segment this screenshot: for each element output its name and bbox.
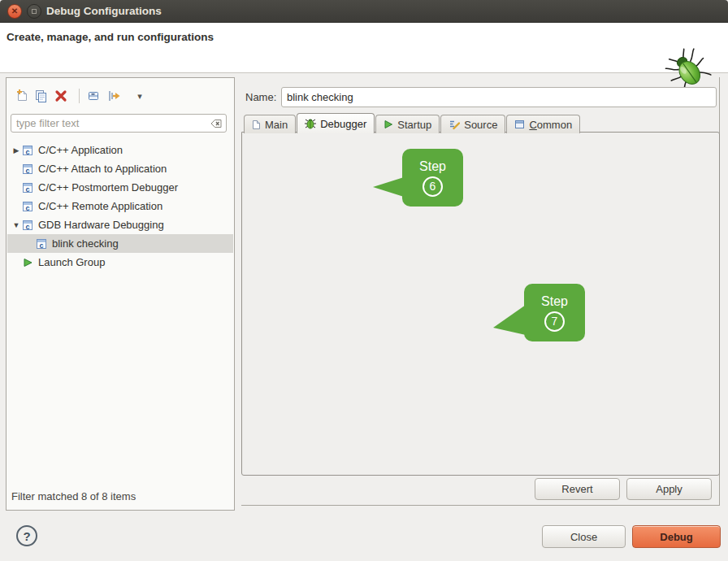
name-field[interactable]: blink checking <box>281 87 717 107</box>
callout-arrow-left-icon <box>493 305 526 335</box>
tree-item-label: C/C++ Remote Application <box>38 200 162 212</box>
window-close-button[interactable]: ✕ <box>7 4 22 19</box>
tree-item-launch-group[interactable]: Launch Group <box>7 253 233 272</box>
tree-item-label: blink checking <box>52 237 119 250</box>
tree-item-gdb-hardware-debugging[interactable]: ▼ c GDB Hardware Debugging <box>7 215 233 234</box>
close-button-label: Close <box>570 531 597 543</box>
tab-label: Debugger <box>320 118 366 130</box>
common-window-icon <box>514 120 525 129</box>
c-config-icon: c <box>35 238 47 250</box>
c-config-icon: c <box>21 163 33 175</box>
step-word: Step <box>419 159 446 174</box>
step-7-callout: Step 7 <box>524 284 585 341</box>
new-configuration-button[interactable] <box>15 89 29 103</box>
tree-item-cpp-remote[interactable]: c C/C++ Remote Application <box>7 197 233 215</box>
page-title: Create, manage, and run configurations <box>6 31 214 43</box>
apply-button-label: Apply <box>656 483 682 495</box>
tab-label: Source <box>464 119 497 131</box>
name-label: Name: <box>245 91 276 103</box>
tab-startup[interactable]: Startup <box>375 115 440 133</box>
tree-item-cpp-postmortem[interactable]: c C/C++ Postmortem Debugger <box>7 178 233 197</box>
tab-source[interactable]: Source <box>440 115 505 133</box>
name-field-value: blink checking <box>287 91 353 103</box>
tab-label: Startup <box>397 119 431 131</box>
tree-item-label: Launch Group <box>38 256 105 268</box>
clear-filter-icon[interactable] <box>206 118 223 129</box>
filter-input-wrapper <box>11 114 227 133</box>
filter-input[interactable] <box>16 117 206 129</box>
close-button[interactable]: Close <box>542 525 626 548</box>
caret-down-icon: ▾ <box>137 91 142 102</box>
c-config-icon: c <box>21 182 33 194</box>
new-document-icon <box>15 89 29 103</box>
source-lookup-icon <box>448 120 460 130</box>
tree-item-cpp-application[interactable]: ▶ c C/C++ Application <box>7 141 233 159</box>
window-minimize-button[interactable] <box>27 4 41 19</box>
toolbar-menu-button[interactable]: ▾ <box>132 89 147 103</box>
apply-button[interactable]: Apply <box>626 478 712 500</box>
delete-configuration-button[interactable] <box>54 89 68 103</box>
svg-text:c: c <box>25 185 29 193</box>
titlebar: ✕ Debug Configurations <box>0 0 728 23</box>
debug-button-label: Debug <box>660 531 692 543</box>
expander-collapsed-icon[interactable]: ▶ <box>11 146 21 154</box>
debug-button[interactable]: Debug <box>632 525 721 548</box>
svg-text:c: c <box>25 147 29 155</box>
c-config-icon: c <box>21 145 33 156</box>
tab-common-mnemonic: C <box>529 119 536 131</box>
step-6-callout: Step 6 <box>402 149 463 207</box>
c-config-icon: c <box>21 220 33 231</box>
launch-group-icon <box>21 257 33 268</box>
filter-match-status: Filter matched 8 of 8 items <box>11 490 136 502</box>
revert-button[interactable]: Revert <box>535 478 620 500</box>
svg-text:c: c <box>25 166 29 174</box>
callout-arrow-left-icon <box>373 177 404 197</box>
collapse-all-button[interactable] <box>86 89 101 103</box>
svg-text:c: c <box>39 241 43 249</box>
tree-item-label: C/C++ Postmortem Debugger <box>38 181 178 194</box>
toolbar-separator <box>79 89 80 103</box>
expander-expanded-icon[interactable]: ▼ <box>11 221 21 229</box>
copy-icon <box>33 89 48 103</box>
header-banner: Create, manage, and run configurations <box>0 23 728 73</box>
delete-icon <box>54 89 68 103</box>
step-number: 7 <box>544 311 565 332</box>
tab-common[interactable]: Common <box>506 115 580 133</box>
revert-button-label: Revert <box>561 483 592 495</box>
debugger-bug-icon <box>305 118 316 129</box>
configurations-sidebar: ▾ ▶ c C/C++ Application c C/C++ Attach t… <box>6 77 235 511</box>
tab-label: Common <box>529 119 572 131</box>
tab-debugger[interactable]: Debugger <box>297 113 375 133</box>
startup-run-icon <box>384 120 393 129</box>
tab-label: Main <box>265 119 288 131</box>
step-word: Step <box>541 294 568 309</box>
svg-text:c: c <box>25 203 29 211</box>
filter-icon <box>106 89 121 103</box>
help-icon: ? <box>23 529 30 543</box>
tree-item-label: C/C++ Attach to Application <box>38 163 167 175</box>
debugger-tab-panel <box>241 132 720 476</box>
step-number: 6 <box>422 176 443 197</box>
tab-main[interactable]: Main <box>244 115 296 133</box>
duplicate-configuration-button[interactable] <box>33 89 48 103</box>
tree-item-label: GDB Hardware Debugging <box>38 219 164 231</box>
window-title: Debug Configurations <box>46 5 162 17</box>
filter-launch-configurations-button[interactable] <box>106 89 121 103</box>
tree-item-label: C/C++ Application <box>38 144 123 156</box>
close-icon: ✕ <box>11 7 18 15</box>
minimize-icon <box>32 9 37 14</box>
configuration-tabs: Main Debugger Startup Source Common <box>244 113 581 133</box>
tree-item-blink-checking[interactable]: c blink checking <box>7 234 233 253</box>
c-config-icon: c <box>21 201 33 212</box>
tab-common-rest: ommon <box>537 119 572 131</box>
collapse-all-icon <box>86 89 101 103</box>
help-button[interactable]: ? <box>16 525 37 546</box>
tree-item-cpp-attach[interactable]: c C/C++ Attach to Application <box>7 159 233 178</box>
main-tab-document-icon <box>252 120 261 130</box>
svg-text:c: c <box>25 222 29 230</box>
